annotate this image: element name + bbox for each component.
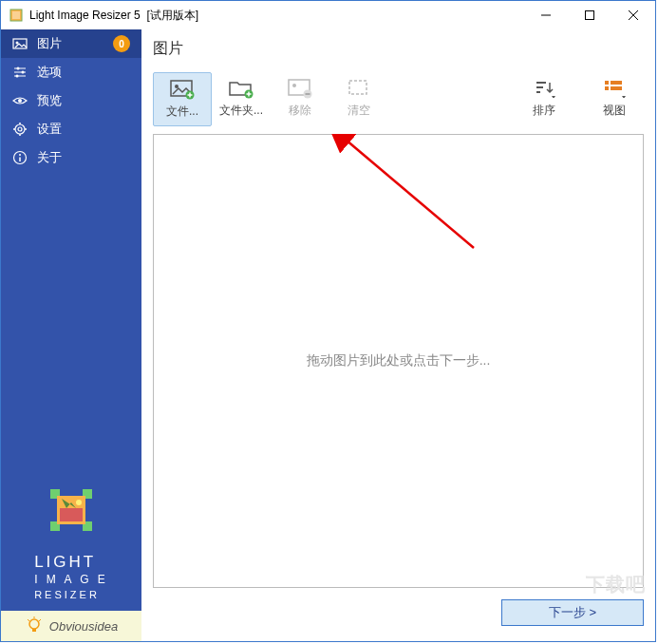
svg-point-14 — [18, 99, 22, 103]
svg-rect-50 — [605, 86, 609, 90]
sort-button[interactable]: 排序 — [515, 72, 573, 124]
svg-rect-49 — [611, 81, 622, 85]
svg-point-33 — [175, 85, 179, 88]
sidebar-item-label: 选项 — [37, 64, 62, 81]
app-logo-text: LIGHT I M A G E RESIZER — [34, 552, 108, 601]
svg-rect-48 — [605, 81, 609, 85]
close-button[interactable] — [611, 1, 655, 29]
tool-label: 文件夹... — [219, 103, 263, 119]
svg-point-26 — [76, 500, 82, 505]
tool-label: 排序 — [533, 103, 555, 119]
remove-image-icon — [287, 78, 313, 99]
svg-line-29 — [28, 619, 29, 621]
sidebar-item-label: 图片 — [37, 35, 62, 52]
app-window: Light Image Resizer 5 [试用版本] 图片 0 — [0, 0, 656, 642]
sidebar-item-label: 关于 — [37, 149, 62, 166]
sidebar-item-label: 设置 — [37, 121, 62, 138]
next-button-label: 下一步 > — [549, 604, 596, 621]
sliders-icon — [12, 65, 28, 80]
tool-label: 移除 — [289, 103, 311, 119]
sidebar-item-label: 预览 — [37, 92, 62, 109]
svg-point-16 — [18, 127, 22, 131]
tool-label: 视图 — [603, 103, 626, 119]
toolbar: 文件... 文件夹... 移除 — [153, 72, 644, 126]
svg-rect-44 — [349, 81, 367, 94]
bulb-icon — [25, 616, 44, 637]
eye-icon — [12, 93, 28, 108]
app-icon — [9, 8, 24, 23]
svg-point-13 — [16, 75, 19, 78]
svg-rect-31 — [32, 629, 36, 632]
sidebar-item-settings[interactable]: 设置 — [1, 115, 141, 143]
sidebar-item-options[interactable]: 选项 — [1, 58, 141, 86]
view-button[interactable]: 视图 — [585, 72, 644, 124]
window-controls — [524, 1, 655, 29]
minimize-button[interactable] — [524, 1, 568, 29]
sidebar-item-preview[interactable]: 预览 — [1, 86, 141, 115]
main-panel: 图片 文件... 文件夹... — [141, 29, 655, 641]
svg-point-9 — [17, 67, 20, 70]
sort-icon — [531, 78, 557, 99]
sidebar: 图片 0 选项 预览 设置 — [1, 29, 141, 641]
svg-point-27 — [29, 619, 39, 629]
svg-point-22 — [19, 154, 21, 156]
footer-bar: 下一步 > — [153, 596, 644, 630]
app-logo-icon — [43, 482, 100, 539]
add-folder-button[interactable]: 文件夹... — [212, 72, 271, 124]
clear-icon — [346, 78, 372, 99]
svg-line-30 — [39, 619, 41, 621]
view-icon — [601, 78, 628, 99]
sidebar-item-about[interactable]: 关于 — [1, 143, 141, 172]
gear-icon — [12, 122, 28, 137]
images-icon — [12, 36, 28, 51]
titlebar: Light Image Resizer 5 [试用版本] — [1, 1, 655, 29]
titlebar-title: Light Image Resizer 5 [试用版本] — [29, 8, 524, 24]
svg-point-11 — [22, 71, 25, 74]
svg-rect-1 — [12, 11, 20, 19]
info-icon — [12, 150, 28, 165]
next-button[interactable]: 下一步 > — [501, 599, 644, 626]
svg-point-7 — [16, 42, 19, 45]
clear-button[interactable]: 清空 — [329, 72, 388, 124]
sidebar-item-images[interactable]: 图片 0 — [1, 29, 141, 58]
sidebar-spacer — [1, 172, 141, 472]
sidebar-footer[interactable]: Obviousidea — [1, 611, 141, 641]
svg-point-15 — [15, 124, 25, 134]
add-folder-icon — [228, 78, 254, 99]
app-logo-block: LIGHT I M A G E RESIZER — [1, 472, 141, 611]
page-title: 图片 — [153, 39, 644, 59]
dropzone-hint: 拖动图片到此处或点击下一步... — [307, 352, 491, 369]
tool-label: 清空 — [348, 103, 370, 119]
maximize-button[interactable] — [568, 1, 611, 29]
footer-brand-text: Obviousidea — [49, 619, 118, 634]
add-image-icon — [169, 79, 196, 100]
svg-rect-3 — [586, 11, 594, 20]
svg-rect-51 — [611, 86, 622, 90]
svg-rect-25 — [60, 508, 83, 521]
image-dropzone[interactable]: 拖动图片到此处或点击下一步... — [153, 134, 644, 588]
remove-button[interactable]: 移除 — [271, 72, 329, 124]
svg-point-41 — [292, 84, 296, 87]
images-count-badge: 0 — [113, 35, 130, 52]
add-file-button[interactable]: 文件... — [153, 72, 212, 126]
tool-label: 文件... — [166, 104, 198, 120]
app-body: 图片 0 选项 预览 设置 — [1, 29, 655, 641]
